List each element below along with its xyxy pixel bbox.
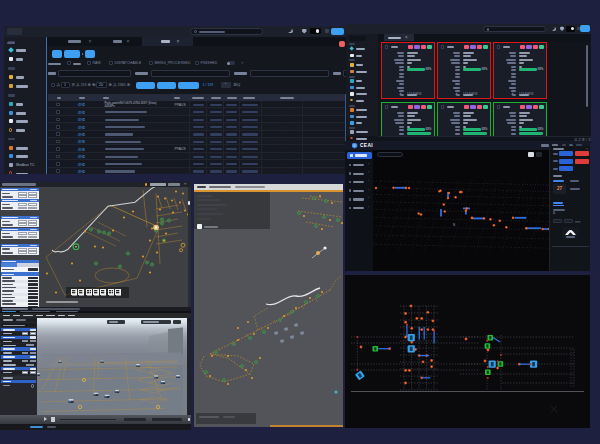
svg-text:N: N <box>453 223 455 227</box>
